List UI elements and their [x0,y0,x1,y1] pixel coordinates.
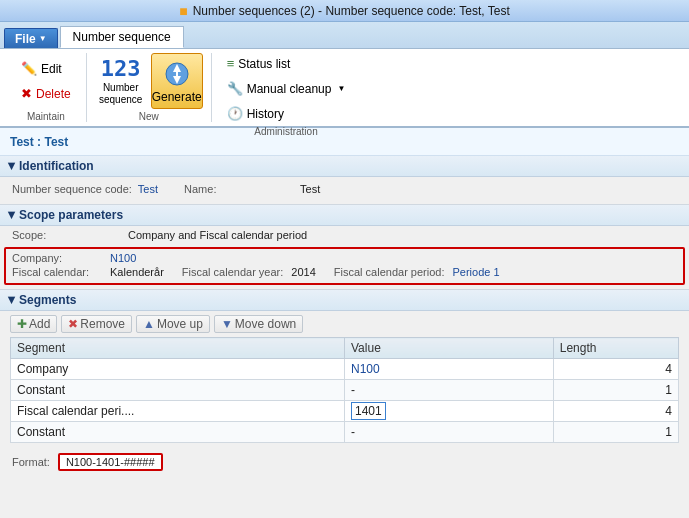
ribbon-group-maintain: ✏️ Edit ✖ Delete Maintain [6,53,87,122]
table-row: Constant - 1 [11,422,679,443]
fiscal-value-input[interactable]: 1401 [351,402,386,420]
identification-section-header: ▶ Identification [0,156,689,177]
format-value: N100-1401-##### [58,453,163,471]
manual-cleanup-dropdown-icon: ▼ [337,84,345,93]
generate-icon [161,58,193,90]
code-label: Number sequence code: [12,183,132,195]
ribbon: File ▼ Number sequence ✏️ Edit ✖ Delete … [0,22,689,128]
add-label: Add [29,317,50,331]
scope-params-box: Company: N100 Fiscal calendar: Kalenderå… [4,247,685,285]
seg-constant2-value: - [345,422,554,443]
history-icon: 🕐 [227,106,243,121]
title-bar-text: Number sequences (2) - Number sequence c… [193,4,510,18]
ribbon-tabs: File ▼ Number sequence [0,22,689,48]
seg-constant1-length: 1 [553,380,678,401]
table-row: Fiscal calendar peri.... 1401 4 [11,401,679,422]
table-row: Company N100 4 [11,359,679,380]
manual-cleanup-label: Manual cleanup [247,82,332,96]
ribbon-group-new: 123 Numbersequence Generate [87,53,212,122]
remove-button[interactable]: ✖ Remove [61,315,132,333]
fiscal-calendar-label: Fiscal calendar: [12,266,102,278]
ribbon-content: ✏️ Edit ✖ Delete Maintain 123 Numbersequ… [0,48,689,126]
seg-company-name: Company [11,359,345,380]
generate-label: Generate [152,90,202,104]
identification-fields: Number sequence code: Test Name: Test [0,177,689,204]
remove-icon: ✖ [68,317,78,331]
seg-company-value: N100 [345,359,554,380]
move-down-label: Move down [235,317,296,331]
fiscal-year-value: 2014 [291,266,315,278]
company-label: Company: [12,252,102,264]
add-button[interactable]: ✚ Add [10,315,57,333]
seg-constant1-name: Constant [11,380,345,401]
file-tab-label: File [15,32,36,46]
move-up-label: Move up [157,317,203,331]
seg-fiscal-name: Fiscal calendar peri.... [11,401,345,422]
company-row: Company: N100 [12,252,677,264]
status-list-label: Status list [238,57,290,71]
scope-value: Company and Fiscal calendar period [128,229,307,241]
maintain-buttons: ✏️ Edit ✖ Delete [14,53,78,109]
status-list-icon: ≡ [227,56,235,71]
move-down-button[interactable]: ▼ Move down [214,315,303,333]
edit-button[interactable]: ✏️ Edit [14,58,69,79]
history-button[interactable]: 🕐 History [220,103,291,124]
scope-triangle: ▶ [7,212,17,219]
number-sequence-icon: 123 [105,56,137,82]
segments-area: ✚ Add ✖ Remove ▲ Move up ▼ Move down Seg… [0,311,689,447]
edit-label: Edit [41,62,62,76]
identification-title: Identification [19,159,94,173]
format-row: Format: N100-1401-##### [0,447,689,477]
delete-icon: ✖ [21,86,32,101]
remove-label: Remove [80,317,125,331]
history-label: History [247,107,284,121]
move-up-button[interactable]: ▲ Move up [136,315,210,333]
edit-icon: ✏️ [21,61,37,76]
scope-scope-row: Scope: Company and Fiscal calendar perio… [0,226,689,247]
ribbon-group-administration: ≡ Status list 🔧 Manual cleanup ▼ 🕐 Histo… [212,53,361,122]
number-sequence-label: Numbersequence [99,82,142,106]
scope-title: Scope parameters [19,208,123,222]
identification-triangle: ▶ [7,163,17,170]
delete-button[interactable]: ✖ Delete [14,83,78,104]
generate-button[interactable]: Generate [151,53,203,109]
number-sequence-tab[interactable]: Number sequence [60,26,184,48]
move-up-icon: ▲ [143,317,155,331]
file-tab[interactable]: File ▼ [4,28,58,48]
form-header-text: Test : Test [10,135,68,149]
fiscal-calendar-value: Kalenderår [110,266,164,278]
title-bar-icon: ■ [179,3,187,19]
status-list-button[interactable]: ≡ Status list [220,53,298,74]
scope-label: Scope: [12,229,122,241]
move-down-icon: ▼ [221,317,233,331]
manual-cleanup-button[interactable]: 🔧 Manual cleanup ▼ [220,78,353,99]
company-value: N100 [110,252,136,264]
name-value: Test [300,183,320,195]
maintain-group-label: Maintain [27,109,65,122]
name-label: Name: [184,183,294,195]
administration-group-label: Administration [254,124,317,137]
seg-constant1-value: - [345,380,554,401]
administration-buttons: ≡ Status list 🔧 Manual cleanup ▼ 🕐 Histo… [220,53,353,124]
table-row: Constant - 1 [11,380,679,401]
segments-triangle: ▶ [7,297,17,304]
number-sequence-button[interactable]: 123 Numbersequence [95,53,147,109]
identification-code-row: Number sequence code: Test Name: Test [12,183,677,195]
seg-fiscal-value: 1401 [345,401,554,422]
seg-constant2-name: Constant [11,422,345,443]
manual-cleanup-icon: 🔧 [227,81,243,96]
format-label: Format: [12,456,50,468]
segments-table: Segment Value Length Company N100 4 Cons… [10,337,679,443]
seg-constant2-length: 1 [553,422,678,443]
delete-label: Delete [36,87,71,101]
fiscal-period-label: Fiscal calendar period: [334,266,445,278]
add-icon: ✚ [17,317,27,331]
fiscal-year-label: Fiscal calendar year: [182,266,284,278]
form-header: Test : Test [0,128,689,156]
col-value: Value [345,338,554,359]
seg-company-length: 4 [553,359,678,380]
scope-row: Scope: Company and Fiscal calendar perio… [12,229,677,241]
new-buttons: 123 Numbersequence Generate [95,53,203,109]
col-segment: Segment [11,338,345,359]
file-tab-arrow: ▼ [39,34,47,43]
